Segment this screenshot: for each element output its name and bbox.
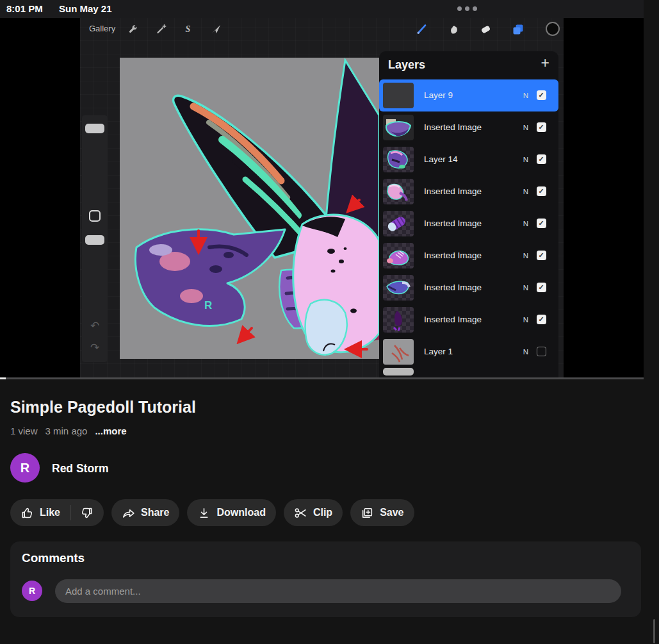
dislike-button[interactable] (80, 506, 94, 520)
layer-thumbnail (383, 147, 414, 172)
layer-visibility-checkbox[interactable] (537, 347, 546, 356)
wrench-icon[interactable] (127, 23, 139, 35)
svg-text:S: S (186, 24, 191, 34)
layers-list: Layer 9 N Inserted Image N (379, 79, 558, 368)
layers-panel-icon[interactable] (512, 23, 523, 35)
partial-layer-thumbnail (383, 368, 414, 376)
color-swatch-icon[interactable] (546, 22, 560, 36)
layer-thumbnail (383, 211, 414, 236)
layer-name: Inserted Image (424, 272, 482, 304)
modify-button[interactable] (89, 210, 101, 222)
comments-title: Comments (22, 551, 85, 565)
layer-row[interactable]: Layer 1 N (379, 336, 558, 368)
blend-mode-button[interactable]: N (520, 144, 532, 176)
canvas-annotation-letter: R (204, 299, 212, 311)
layer-name: Inserted Image (424, 176, 482, 208)
view-count: 1 view (10, 425, 38, 436)
download-icon (197, 506, 211, 520)
adjustments-wand-icon[interactable] (156, 23, 167, 35)
clock-time: 8:01 PM (6, 3, 43, 14)
layer-name: Inserted Image (424, 304, 482, 336)
blend-mode-button[interactable]: N (520, 304, 532, 336)
thumbs-up-icon (20, 506, 34, 520)
add-comment-input[interactable] (55, 579, 621, 603)
layer-name: Inserted Image (424, 111, 482, 144)
smudge-tool-icon[interactable] (448, 23, 459, 35)
share-label: Share (141, 507, 169, 518)
video-progress-played (0, 377, 6, 379)
layer-row[interactable]: Layer 14 N (379, 144, 558, 176)
layer-name: Layer 9 (424, 79, 453, 111)
undo-icon[interactable] (82, 319, 108, 333)
layer-visibility-checkbox[interactable] (537, 90, 546, 100)
layer-row[interactable]: Inserted Image N (379, 304, 558, 336)
layer-visibility-checkbox[interactable] (537, 283, 546, 292)
drawing-canvas[interactable]: R (120, 58, 379, 359)
channel-name[interactable]: Red Storm (52, 462, 108, 475)
expand-description-button[interactable]: ...more (95, 425, 126, 436)
layer-row[interactable]: Layer 9 N (379, 79, 558, 111)
blend-mode-button[interactable]: N (520, 336, 532, 368)
layer-name: Inserted Image (424, 208, 482, 240)
action-bar: Like Share Download Clip Save (10, 499, 414, 526)
clock-date: Sun May 21 (59, 3, 112, 14)
selection-tool-icon[interactable]: S (183, 23, 194, 35)
thumbs-down-icon (80, 506, 94, 520)
canvas-artwork: R (120, 58, 379, 359)
clip-label: Clip (313, 507, 332, 518)
layer-visibility-checkbox[interactable] (537, 154, 546, 164)
procreate-toolbar: Gallery S (80, 18, 564, 40)
layer-row[interactable]: Inserted Image N (379, 272, 558, 304)
layer-thumbnail (383, 339, 414, 365)
layer-row[interactable]: Inserted Image N (379, 208, 558, 240)
like-button[interactable]: Like (20, 506, 60, 520)
share-icon (122, 506, 135, 520)
like-label: Like (40, 507, 60, 518)
pill-divider (70, 505, 70, 520)
more-options-icon[interactable] (457, 6, 477, 11)
layer-thumbnail (383, 243, 414, 268)
brush-opacity-slider[interactable] (85, 235, 104, 245)
blend-mode-button[interactable]: N (520, 79, 532, 111)
blend-mode-button[interactable]: N (520, 111, 532, 144)
layer-visibility-checkbox[interactable] (537, 219, 546, 228)
download-label: Download (216, 507, 265, 518)
redo-icon[interactable] (82, 341, 108, 354)
video-player[interactable]: Gallery S (0, 18, 644, 377)
layer-thumbnail (383, 179, 414, 204)
download-button[interactable]: Download (187, 499, 275, 526)
transform-arrow-icon[interactable] (210, 23, 222, 35)
brush-tool-icon[interactable] (416, 23, 427, 35)
layer-visibility-checkbox[interactable] (537, 186, 546, 196)
layer-visibility-checkbox[interactable] (537, 251, 546, 260)
blend-mode-button[interactable]: N (520, 208, 532, 240)
save-button[interactable]: Save (350, 499, 414, 526)
blend-mode-button[interactable]: N (520, 272, 532, 304)
layer-name: Inserted Image (424, 240, 482, 272)
blend-mode-button[interactable]: N (520, 240, 532, 272)
clip-button[interactable]: Clip (284, 499, 343, 526)
channel-avatar[interactable]: R (10, 453, 40, 483)
layer-row[interactable]: Inserted Image N (379, 176, 558, 208)
blend-mode-button[interactable]: N (520, 176, 532, 208)
share-button[interactable]: Share (111, 499, 179, 526)
layer-row[interactable]: Inserted Image N (379, 240, 558, 272)
layer-row[interactable]: Inserted Image N (379, 111, 558, 144)
layer-thumbnail (383, 275, 414, 301)
layer-visibility-checkbox[interactable] (537, 122, 546, 132)
add-layer-button[interactable]: + (541, 54, 549, 72)
eraser-tool-icon[interactable] (480, 23, 491, 35)
upload-age: 3 min ago (45, 425, 88, 436)
like-dislike-pill: Like (10, 499, 104, 526)
layer-thumbnail (383, 307, 414, 333)
layers-panel: Layers + Layer 9 N Inserted Image (379, 51, 558, 377)
layer-thumbnail (383, 83, 414, 108)
layers-panel-title: Layers (388, 58, 425, 72)
brush-size-slider[interactable] (85, 124, 104, 133)
video-progress-bar[interactable] (0, 377, 644, 379)
layer-visibility-checkbox[interactable] (537, 315, 546, 324)
status-bar: 8:01 PM Sun May 21 (0, 0, 644, 18)
page-scrollbar[interactable] (653, 619, 655, 643)
comments-section[interactable]: Comments R (10, 541, 641, 617)
gallery-button[interactable]: Gallery (89, 24, 115, 33)
